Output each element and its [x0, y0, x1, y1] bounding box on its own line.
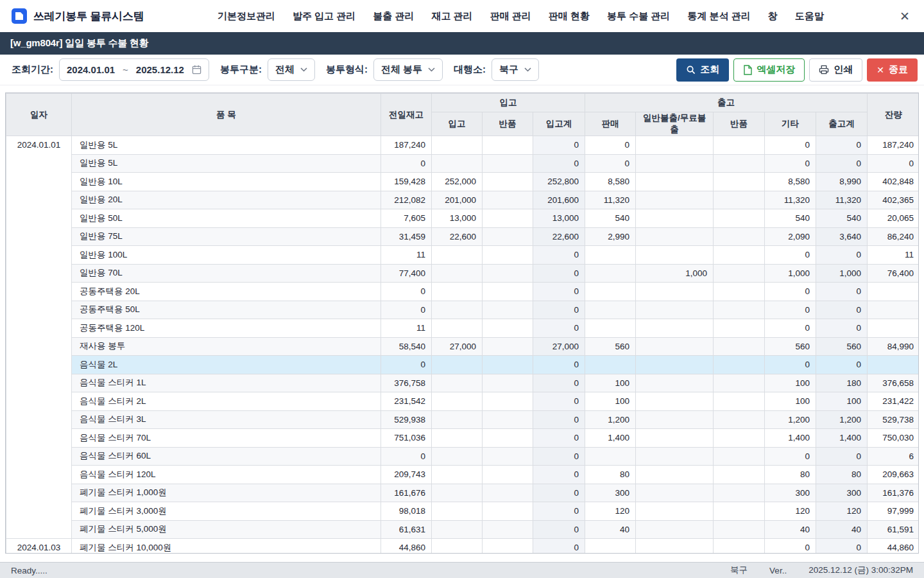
num-cell[interactable]: 159,428 — [381, 173, 432, 191]
num-cell[interactable] — [636, 283, 714, 301]
num-cell[interactable]: 77,400 — [381, 264, 432, 283]
item-cell[interactable]: 폐기물 스티커 10,000원 — [72, 539, 381, 554]
num-cell[interactable]: 187,240 — [381, 136, 432, 155]
num-cell[interactable] — [636, 466, 714, 484]
num-cell[interactable]: 0 — [816, 283, 868, 301]
num-cell[interactable]: 540 — [765, 209, 816, 228]
num-cell[interactable]: 0 — [816, 319, 868, 338]
num-cell[interactable] — [483, 319, 533, 338]
num-cell[interactable]: 31,459 — [381, 227, 432, 246]
item-cell[interactable]: 음식물 스티커 60L — [72, 447, 381, 466]
num-cell[interactable] — [585, 539, 636, 554]
item-cell[interactable]: 폐기물 스티커 5,000원 — [72, 520, 381, 539]
num-cell[interactable] — [585, 283, 636, 301]
num-cell[interactable]: 1,400 — [816, 429, 868, 448]
num-cell[interactable]: 540 — [816, 209, 868, 228]
num-cell[interactable] — [432, 466, 483, 484]
num-cell[interactable]: 0 — [381, 356, 432, 374]
num-cell[interactable] — [483, 447, 533, 466]
num-cell[interactable]: 76,400 — [868, 264, 919, 283]
num-cell[interactable] — [432, 136, 483, 155]
num-cell[interactable]: 0 — [533, 484, 585, 502]
num-cell[interactable]: 0 — [381, 154, 432, 173]
table-row[interactable]: 일반용 75L31,45922,60022,6002,9902,0903,640… — [6, 227, 920, 246]
num-cell[interactable]: 40 — [585, 520, 636, 539]
num-cell[interactable]: 61,631 — [381, 520, 432, 539]
num-cell[interactable]: 300 — [816, 484, 868, 502]
item-cell[interactable]: 일반용 100L — [72, 246, 381, 265]
table-row[interactable]: 음식물 스티커 3L529,93801,2001,2001,200529,738 — [6, 410, 920, 429]
num-cell[interactable]: 98,018 — [381, 502, 432, 521]
num-cell[interactable]: 0 — [533, 447, 585, 466]
num-cell[interactable] — [714, 283, 765, 301]
num-cell[interactable]: 3,640 — [816, 227, 868, 246]
item-cell[interactable]: 재사용 봉투 — [72, 337, 381, 356]
num-cell[interactable] — [636, 319, 714, 338]
num-cell[interactable]: 750,030 — [868, 429, 919, 448]
num-cell[interactable] — [432, 429, 483, 448]
menu-item-sales[interactable]: 판매 관리 — [490, 10, 531, 22]
num-cell[interactable] — [714, 173, 765, 191]
num-cell[interactable]: 44,860 — [868, 539, 919, 554]
num-cell[interactable]: 0 — [533, 283, 585, 301]
num-cell[interactable]: 7,605 — [381, 209, 432, 228]
num-cell[interactable] — [636, 520, 714, 539]
num-cell[interactable] — [432, 374, 483, 392]
num-cell[interactable]: 180 — [816, 374, 868, 392]
num-cell[interactable]: 0 — [816, 246, 868, 265]
date-range-control[interactable]: 2024.01.01 ~ 2025.12.12 — [59, 58, 209, 81]
num-cell[interactable]: 529,738 — [868, 410, 919, 429]
num-cell[interactable]: 0 — [533, 301, 585, 319]
num-cell[interactable]: 0 — [765, 154, 816, 173]
num-cell[interactable]: 1,200 — [765, 410, 816, 429]
num-cell[interactable] — [483, 301, 533, 319]
num-cell[interactable]: 0 — [765, 319, 816, 338]
num-cell[interactable] — [432, 484, 483, 502]
num-cell[interactable] — [432, 301, 483, 319]
num-cell[interactable] — [868, 356, 919, 374]
num-cell[interactable] — [483, 283, 533, 301]
num-cell[interactable]: 0 — [585, 136, 636, 155]
num-cell[interactable] — [636, 301, 714, 319]
num-cell[interactable] — [868, 301, 919, 319]
num-cell[interactable] — [636, 356, 714, 374]
num-cell[interactable]: 209,743 — [381, 466, 432, 484]
num-cell[interactable]: 0 — [533, 374, 585, 392]
num-cell[interactable]: 27,000 — [432, 337, 483, 356]
item-cell[interactable]: 폐기물 스티커 1,000원 — [72, 484, 381, 502]
item-cell[interactable]: 음식물 스티커 120L — [72, 466, 381, 484]
num-cell[interactable] — [636, 429, 714, 448]
item-cell[interactable]: 일반용 75L — [72, 227, 381, 246]
num-cell[interactable]: 187,240 — [868, 136, 919, 155]
window-close-icon[interactable]: ✕ — [897, 9, 912, 24]
num-cell[interactable] — [585, 356, 636, 374]
num-cell[interactable] — [432, 520, 483, 539]
num-cell[interactable] — [483, 191, 533, 209]
num-cell[interactable] — [714, 392, 765, 411]
num-cell[interactable] — [483, 429, 533, 448]
num-cell[interactable]: 1,200 — [816, 410, 868, 429]
num-cell[interactable]: 2,090 — [765, 227, 816, 246]
item-cell[interactable]: 일반용 5L — [72, 136, 381, 155]
item-cell[interactable]: 공동주택용 20L — [72, 283, 381, 301]
num-cell[interactable] — [483, 410, 533, 429]
num-cell[interactable] — [636, 154, 714, 173]
num-cell[interactable] — [868, 283, 919, 301]
num-cell[interactable] — [636, 502, 714, 521]
num-cell[interactable] — [483, 136, 533, 155]
num-cell[interactable] — [432, 502, 483, 521]
num-cell[interactable]: 0 — [816, 539, 868, 554]
num-cell[interactable] — [585, 447, 636, 466]
num-cell[interactable]: 1,000 — [765, 264, 816, 283]
num-cell[interactable] — [432, 283, 483, 301]
num-cell[interactable] — [483, 374, 533, 392]
table-row[interactable]: 일반용 70L77,40001,0001,0001,00076,400 — [6, 264, 920, 283]
num-cell[interactable] — [483, 392, 533, 411]
num-cell[interactable]: 100 — [765, 392, 816, 411]
num-cell[interactable]: 161,376 — [868, 484, 919, 502]
num-cell[interactable]: 201,600 — [533, 191, 585, 209]
num-cell[interactable]: 212,082 — [381, 191, 432, 209]
num-cell[interactable] — [432, 447, 483, 466]
num-cell[interactable]: 0 — [765, 136, 816, 155]
num-cell[interactable] — [636, 447, 714, 466]
